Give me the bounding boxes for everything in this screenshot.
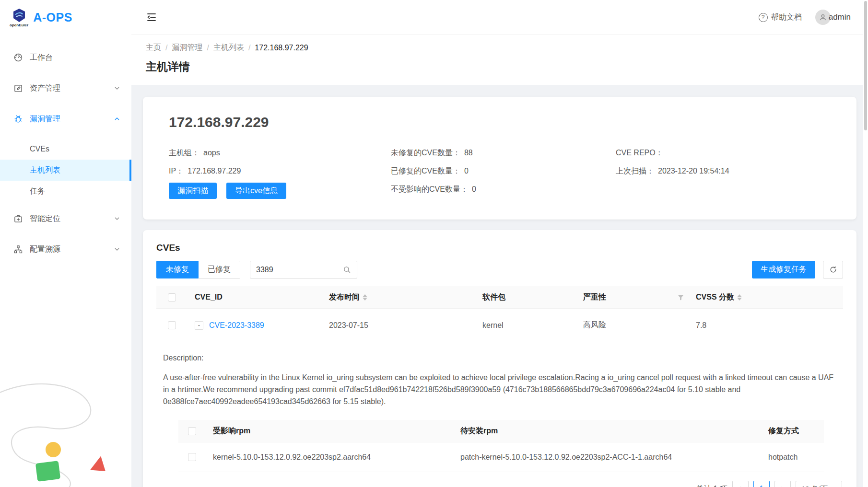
topbar: ? 帮助文档 admin [131,0,868,35]
dashboard-icon [13,53,23,62]
chevron-down-icon [114,246,120,252]
app-root: openEuler A-OPS 工作台 资产管理 [0,0,868,487]
sort-date-control[interactable] [363,294,367,301]
sidebar-subitem-tasks[interactable]: 任务 [0,181,131,202]
sidebar-item-smart-locate[interactable]: 智能定位 [0,208,131,230]
form-edit-icon [13,83,23,93]
host-ip-value: 172.168.97.229 [188,167,241,175]
tab-unfixed[interactable]: 未修复 [156,261,199,278]
filter-icon[interactable] [677,294,684,301]
fixed-cve-label: 已修复的CVE数量： [391,166,460,176]
breadcrumb-vuln[interactable]: 漏洞管理 [172,43,202,53]
col-header-cve-id: CVE_ID [187,293,321,301]
sidebar-subitem-host-list[interactable]: 主机列表 [0,160,131,181]
unfixed-cve-count: 88 [464,149,473,157]
breadcrumb-home[interactable]: 主页 [146,43,161,53]
topbar-right: ? 帮助文档 admin [759,10,851,25]
cve-search-box [250,261,357,278]
generate-fix-task-button[interactable]: 生成修复任务 [752,261,815,278]
rpm-table: 受影响rpm 待安装rpm 修复方式 kernel-5.10.0-153.12.… [178,420,824,472]
chevron-down-icon [114,216,120,221]
cve-cvss-score: 7.8 [688,321,843,330]
caret-down-icon [363,298,367,301]
host-detail-card: 172.168.97.229 主机组： aops IP： 172.168.97.… [143,97,856,220]
to-install-rpm-value: patch-kernel-5.10.0-153.12.0.92.oe2203sp… [453,453,761,462]
cve-list-card: CVEs 未修复 已修复 生成修复任务 [143,230,856,487]
rpm-select-all-checkbox[interactable] [188,427,196,435]
row-checkbox[interactable] [168,321,176,329]
pagination-total: 总计 1 项 [696,484,727,487]
cve-package: kernel [475,321,575,330]
fix-way-value: hotpatch [761,453,824,462]
page-content: 172.168.97.229 主机组： aops IP： 172.168.97.… [131,85,868,487]
refresh-button[interactable] [823,261,843,278]
breadcrumb-separator: / [248,44,250,52]
host-detail-grid: 主机组： aops IP： 172.168.97.229 漏洞扫描 导出cve信… [169,144,831,201]
sidebar-subitem-label: CVEs [30,145,49,153]
breadcrumb: 主页 / 漏洞管理 / 主机列表 / 172.168.97.229 [146,43,854,53]
page-scrollbar[interactable] [863,0,868,487]
col-header-date: 发布时间 [329,292,360,302]
host-group-value: aops [203,149,220,157]
username: admin [829,12,851,22]
sidebar-item-vulnerability[interactable]: 漏洞管理 [0,108,131,130]
export-cve-button[interactable]: 导出cve信息 [226,183,286,199]
page-size-select[interactable]: 10 条/页 [796,481,842,487]
description-text: A use-after-free vulnerability in the Li… [163,371,836,407]
menu-fold-icon[interactable] [146,12,157,23]
cve-id-link[interactable]: CVE-2023-3389 [209,321,264,330]
breadcrumb-hosts[interactable]: 主机列表 [213,43,244,53]
unaffected-cve-count: 0 [472,185,476,194]
col-header-package: 软件包 [475,292,575,302]
brand-area[interactable]: openEuler A-OPS [0,0,131,35]
page-title: 主机详情 [146,59,854,74]
medicine-box-icon [13,214,23,223]
main-area: ? 帮助文档 admin 主页 / 漏洞管理 / [131,0,868,487]
sidebar-item-label: 配置溯源 [30,244,114,255]
breadcrumb-separator: / [207,44,209,52]
sidebar-item-workbench[interactable]: 工作台 [0,46,131,69]
search-icon[interactable] [343,266,351,274]
app-title: A-OPS [33,11,72,24]
col-header-fix-way: 修复方式 [761,426,824,436]
sidebar-item-label: 资产管理 [30,83,114,93]
user-icon [819,13,827,22]
pagination-page-1[interactable]: 1 [753,481,770,487]
last-scan-label: 上次扫描： [616,166,654,176]
vuln-scan-button[interactable]: 漏洞扫描 [169,183,217,199]
sidebar: openEuler A-OPS 工作台 资产管理 [0,0,131,487]
host-ip-label: IP： [169,166,184,176]
sidebar-menu: 工作台 资产管理 漏洞管理 CVEs 主机列表 [0,35,131,260]
sidebar-subitem-cves[interactable]: CVEs [0,139,131,160]
collapse-row-button[interactable]: - [195,321,203,330]
sort-cvss-control[interactable] [737,294,742,301]
pagination-prev-button[interactable] [732,481,749,487]
sidebar-item-assets[interactable]: 资产管理 [0,77,131,99]
scrollbar-thumb[interactable] [864,1,867,130]
user-menu[interactable]: admin [815,10,851,25]
pagination-next-button[interactable] [774,481,791,487]
sidebar-item-label: 漏洞管理 [30,114,114,124]
reload-icon [829,266,837,274]
cve-severity: 高风险 [575,320,688,330]
col-header-to-install-rpm: 待安装rpm [453,426,761,436]
rpm-row-checkbox[interactable] [188,453,196,461]
cve-controls-right: 生成修复任务 [752,261,843,278]
doodle-square [35,461,60,482]
fix-status-tabs: 未修复 已修复 [156,261,240,278]
sidebar-item-config-trace[interactable]: 配置溯源 [0,238,131,260]
help-doc-link[interactable]: ? 帮助文档 [759,12,802,23]
cve-publish-date: 2023-07-15 [321,321,475,330]
cve-search-input[interactable] [256,266,343,274]
col-header-affected-rpm: 受影响rpm [205,426,453,436]
doodle-triangle [90,455,107,472]
openeuler-logo: openEuler [10,8,28,27]
openeuler-logo-text: openEuler [10,23,28,27]
select-all-checkbox[interactable] [168,293,176,301]
tab-fixed[interactable]: 已修复 [199,261,240,278]
rpm-table-header: 受影响rpm 待安装rpm 修复方式 [178,420,824,442]
cve-section-title: CVEs [156,243,843,253]
doodle-circle [46,442,61,457]
openeuler-logo-icon [12,8,26,23]
chevron-down-icon [114,85,120,91]
